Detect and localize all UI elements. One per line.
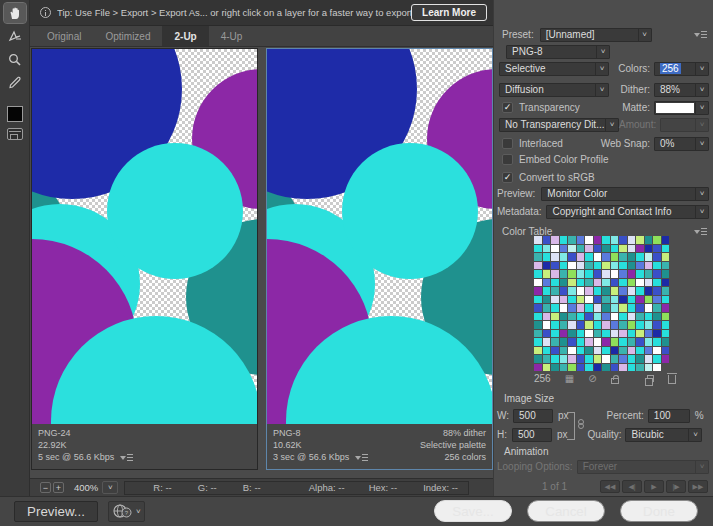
dither-amount-input[interactable]: 88%˅ xyxy=(654,83,709,97)
tab-original[interactable]: Original xyxy=(35,26,93,46)
color-swatch[interactable] xyxy=(551,253,559,261)
color-swatch[interactable] xyxy=(653,279,661,287)
color-swatch[interactable] xyxy=(619,270,627,278)
color-swatch[interactable] xyxy=(594,253,602,261)
color-swatch[interactable] xyxy=(543,347,551,355)
color-swatch[interactable] xyxy=(551,338,559,346)
color-swatch[interactable] xyxy=(645,330,653,338)
zoom-tool-button[interactable] xyxy=(4,49,26,69)
color-swatch[interactable] xyxy=(568,236,576,244)
color-swatch[interactable] xyxy=(602,287,610,295)
color-swatch[interactable] xyxy=(611,330,619,338)
play-button[interactable]: ▶ xyxy=(644,480,664,493)
color-swatch[interactable] xyxy=(645,262,653,270)
color-swatch[interactable] xyxy=(585,245,593,253)
color-swatch[interactable] xyxy=(594,364,602,372)
done-button[interactable]: Done xyxy=(620,500,698,522)
color-swatch[interactable] xyxy=(602,355,610,363)
color-swatch[interactable] xyxy=(611,364,619,372)
color-swatch[interactable] xyxy=(543,313,551,321)
color-swatch[interactable] xyxy=(568,304,576,312)
color-swatch[interactable] xyxy=(543,279,551,287)
color-swatch[interactable] xyxy=(560,262,568,270)
tab-4up[interactable]: 4-Up xyxy=(209,26,255,46)
color-swatch[interactable] xyxy=(619,313,627,321)
color-swatch[interactable] xyxy=(602,262,610,270)
color-swatch[interactable] xyxy=(619,253,627,261)
color-swatch[interactable] xyxy=(662,296,670,304)
color-swatch[interactable] xyxy=(585,287,593,295)
color-swatch[interactable] xyxy=(645,253,653,261)
next-frame-button[interactable]: |▶ xyxy=(666,480,686,493)
color-swatch[interactable] xyxy=(628,355,636,363)
color-swatch[interactable] xyxy=(534,270,542,278)
color-swatch[interactable] xyxy=(577,262,585,270)
color-swatch[interactable] xyxy=(568,313,576,321)
color-swatch[interactable] xyxy=(551,355,559,363)
color-swatch[interactable] xyxy=(551,347,559,355)
color-swatch[interactable] xyxy=(653,364,661,372)
color-swatch[interactable] xyxy=(594,279,602,287)
color-swatch[interactable] xyxy=(628,287,636,295)
zoom-in-button[interactable]: + xyxy=(53,482,64,493)
color-swatch[interactable] xyxy=(560,321,568,329)
preview-dropdown[interactable]: Monitor Color˅ xyxy=(541,187,709,201)
color-swatch[interactable] xyxy=(585,304,593,312)
first-frame-button[interactable]: ◀◀ xyxy=(600,480,620,493)
color-swatch[interactable] xyxy=(602,313,610,321)
browser-select-button[interactable]: ? ˅ xyxy=(108,501,145,522)
color-swatch[interactable] xyxy=(645,364,653,372)
color-swatch[interactable] xyxy=(602,270,610,278)
dither-method-dropdown[interactable]: Diffusion˅ xyxy=(499,83,609,97)
color-swatch[interactable] xyxy=(543,364,551,372)
zoom-level[interactable]: 400% xyxy=(74,482,98,493)
toggle-slices-visibility-icon[interactable] xyxy=(7,128,23,140)
color-swatch[interactable] xyxy=(585,279,593,287)
color-swatch[interactable] xyxy=(585,262,593,270)
color-swatch[interactable] xyxy=(662,313,670,321)
last-frame-button[interactable]: ▶▶ xyxy=(688,480,708,493)
color-swatch[interactable] xyxy=(653,296,661,304)
color-swatch[interactable] xyxy=(534,262,542,270)
color-swatch[interactable] xyxy=(662,338,670,346)
color-swatch[interactable] xyxy=(628,296,636,304)
color-swatch[interactable] xyxy=(662,279,670,287)
color-swatch[interactable] xyxy=(653,313,661,321)
color-swatch[interactable] xyxy=(568,330,576,338)
color-swatch[interactable] xyxy=(543,304,551,312)
color-swatch[interactable] xyxy=(560,330,568,338)
transparency-checkbox[interactable]: ✓ xyxy=(502,102,513,113)
color-swatch[interactable] xyxy=(568,296,576,304)
color-swatch[interactable] xyxy=(594,304,602,312)
previous-frame-button[interactable]: ◀| xyxy=(622,480,642,493)
color-swatch[interactable] xyxy=(551,321,559,329)
color-swatch[interactable] xyxy=(619,330,627,338)
color-swatch[interactable] xyxy=(534,236,542,244)
color-swatch[interactable] xyxy=(568,347,576,355)
color-swatch[interactable] xyxy=(645,236,653,244)
new-color-icon[interactable] xyxy=(647,375,654,382)
color-swatch[interactable] xyxy=(551,330,559,338)
color-swatch[interactable] xyxy=(560,313,568,321)
color-swatch[interactable] xyxy=(636,279,644,287)
color-swatch[interactable] xyxy=(619,304,627,312)
matte-dropdown[interactable]: ˅ xyxy=(654,101,709,115)
color-swatch[interactable] xyxy=(662,253,670,261)
color-swatch[interactable] xyxy=(628,330,636,338)
color-swatch[interactable] xyxy=(636,338,644,346)
color-swatch[interactable] xyxy=(636,321,644,329)
color-swatch[interactable] xyxy=(551,364,559,372)
color-swatch[interactable] xyxy=(568,355,576,363)
color-swatch[interactable] xyxy=(602,364,610,372)
color-swatch[interactable] xyxy=(560,338,568,346)
color-swatch[interactable] xyxy=(577,245,585,253)
color-swatch[interactable] xyxy=(560,270,568,278)
color-swatch[interactable] xyxy=(645,245,653,253)
link-dimensions-icon[interactable] xyxy=(578,419,584,429)
color-swatch[interactable] xyxy=(636,355,644,363)
format-dropdown[interactable]: PNG-8˅ xyxy=(506,45,610,59)
color-swatch[interactable] xyxy=(543,321,551,329)
cancel-button[interactable]: Cancel xyxy=(527,500,605,522)
color-swatch[interactable] xyxy=(602,330,610,338)
color-swatch[interactable] xyxy=(577,347,585,355)
